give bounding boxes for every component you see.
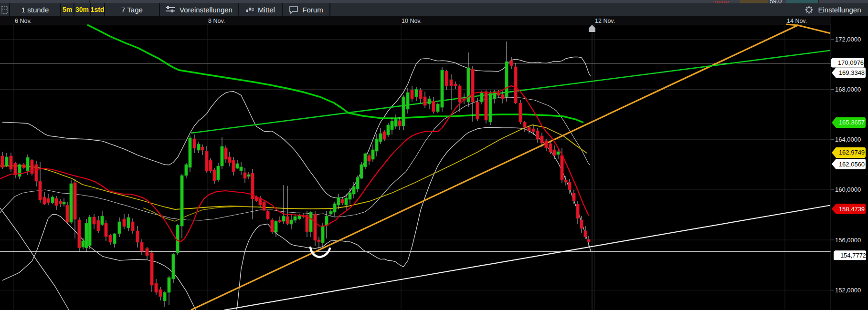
svg-text:170,0976: 170,0976: [838, 59, 864, 66]
svg-text:158,4739: 158,4739: [839, 206, 865, 213]
svg-text:160,0000: 160,0000: [835, 186, 861, 193]
svg-text:165,3657: 165,3657: [839, 119, 865, 126]
svg-text:152,0000: 152,0000: [835, 287, 861, 294]
svg-text:14 Nov.: 14 Nov.: [787, 18, 807, 24]
svg-text:156,0000: 156,0000: [835, 237, 861, 244]
svg-text:10 Nov.: 10 Nov.: [402, 18, 422, 24]
svg-text:162,0560: 162,0560: [839, 161, 865, 168]
svg-text:8 Nov.: 8 Nov.: [208, 18, 225, 24]
svg-text:172,0000: 172,0000: [835, 36, 861, 43]
svg-text:162,9749: 162,9749: [839, 149, 865, 156]
svg-text:12 Nov.: 12 Nov.: [595, 18, 615, 24]
svg-text:164,0000: 164,0000: [835, 136, 861, 143]
svg-text:169,3348: 169,3348: [839, 69, 865, 76]
svg-text:154,7772: 154,7772: [840, 252, 866, 259]
svg-text:168,0000: 168,0000: [835, 86, 861, 93]
svg-text:6 Nov.: 6 Nov.: [15, 18, 32, 24]
